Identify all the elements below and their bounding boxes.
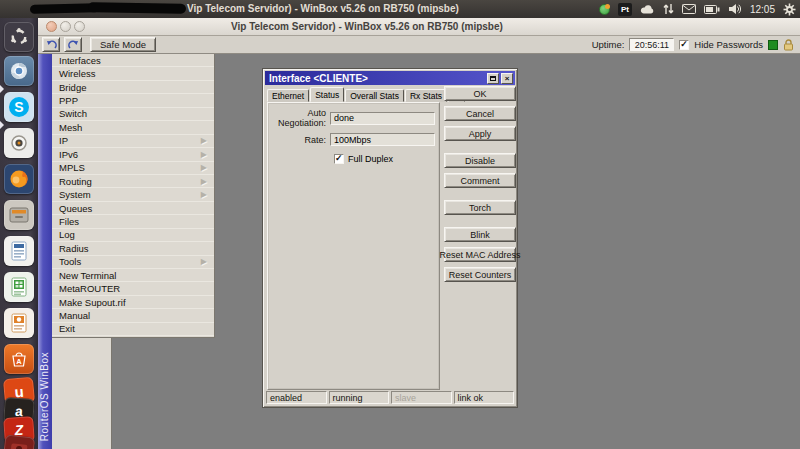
menu-item-switch[interactable]: Switch [52, 108, 214, 121]
auto-negotiation-field[interactable]: done [330, 112, 435, 125]
topbar-window-title: Vip Telecom Servidor) - WinBox v5.26 on … [187, 3, 459, 14]
mail-icon[interactable] [682, 4, 696, 14]
redo-button[interactable] [64, 37, 82, 52]
submenu-arrow-icon: ▶ [201, 190, 207, 199]
cancel-button[interactable]: Cancel [444, 106, 516, 121]
session-gear-icon[interactable] [783, 3, 796, 16]
menu-item-routing[interactable]: Routing▶ [52, 175, 214, 188]
libreoffice-impress-icon[interactable] [4, 308, 34, 338]
menu-item-bridge[interactable]: Bridge [52, 81, 214, 94]
stacked-app-icon[interactable] [3, 435, 36, 449]
routeros-brand-strip: RouterOS WinBox [38, 54, 52, 449]
routeros-brand-label: RouterOS WinBox [39, 352, 50, 441]
menu-item-mesh[interactable]: Mesh [52, 121, 214, 134]
window-minimize-button[interactable] [60, 21, 71, 32]
tab-rx-stats[interactable]: Rx Stats [405, 89, 447, 102]
ok-button[interactable]: OK [444, 86, 516, 101]
submenu-arrow-icon: ▶ [201, 150, 207, 159]
uptime-value: 20:56:11 [629, 38, 674, 51]
presence-status-icon[interactable] [599, 4, 610, 15]
safe-mode-button[interactable]: Safe Mode [90, 37, 156, 52]
keyboard-layout-indicator[interactable]: Pt [618, 3, 632, 16]
battery-icon[interactable] [704, 5, 720, 14]
rate-label: Rate: [268, 135, 330, 145]
torch-button[interactable]: Torch [444, 200, 516, 215]
status-running: running [329, 391, 390, 404]
svg-text:A: A [16, 357, 22, 366]
media-player-icon[interactable] [4, 128, 34, 158]
disable-button[interactable]: Disable [444, 153, 516, 168]
rate-field[interactable]: 100Mbps [330, 133, 435, 146]
tab-overall-stats[interactable]: Overall Stats [345, 89, 404, 102]
status-enabled: enabled [266, 391, 327, 404]
redaction-blob [88, 2, 186, 14]
menu-item-exit[interactable]: Exit [52, 323, 214, 336]
menu-item-system[interactable]: System▶ [52, 188, 214, 201]
menu-item-ipv6[interactable]: IPv6▶ [52, 148, 214, 161]
reset-counters-button[interactable]: Reset Counters [444, 267, 516, 282]
menu-item-new-terminal[interactable]: New Terminal [52, 269, 214, 282]
network-traffic-icon[interactable] [663, 3, 674, 15]
menu-item-ppp[interactable]: PPP [52, 94, 214, 107]
full-duplex-label: Full Duplex [348, 154, 393, 164]
cloud-sync-icon[interactable] [640, 4, 655, 14]
ubuntu-dash-icon[interactable] [4, 22, 34, 52]
clock[interactable]: 12:05 [750, 4, 775, 15]
ubuntu-top-bar: Vip Telecom Servidor) - WinBox v5.26 on … [0, 0, 800, 18]
blink-button[interactable]: Blink [444, 227, 516, 242]
window-titlebar: Vip Telecom Servidor) - WinBox v5.26 on … [0, 18, 800, 36]
chromium-icon[interactable] [4, 56, 34, 86]
submenu-arrow-icon: ▶ [201, 163, 207, 172]
dialog-titlebar[interactable]: Interface <CLIENTE> × [265, 71, 515, 85]
uptime-label: Uptime: [592, 39, 625, 50]
tab-status[interactable]: Status [310, 87, 344, 102]
libreoffice-writer-icon[interactable] [4, 236, 34, 266]
menu-item-interfaces[interactable]: Interfaces [52, 54, 214, 67]
winbox-toolbar: Safe Mode Uptime: 20:56:11 Hide Password… [38, 36, 800, 54]
menu-item-tools[interactable]: Tools▶ [52, 256, 214, 269]
main-menu: Interfaces Wireless Bridge PPP Switch Me… [52, 54, 215, 338]
screen: Vip Telecom Servidor) - WinBox v5.26 on … [0, 0, 800, 449]
menu-item-manual[interactable]: Manual [52, 309, 214, 322]
auto-negotiation-label: Auto Negotiation: [268, 108, 330, 128]
submenu-arrow-icon: ▶ [201, 136, 207, 145]
software-center-icon[interactable]: A [4, 344, 34, 374]
skype-icon[interactable]: S [4, 92, 34, 122]
menu-item-radius[interactable]: Radius [52, 242, 214, 255]
hide-passwords-label: Hide Passwords [694, 39, 763, 50]
comment-button[interactable]: Comment [444, 173, 516, 188]
dialog-buttons: OK Cancel Apply Disable Comment Torch Bl… [444, 86, 516, 287]
menu-item-wireless[interactable]: Wireless [52, 67, 214, 80]
hide-passwords-checkbox[interactable] [679, 40, 689, 50]
apply-button[interactable]: Apply [444, 126, 516, 141]
menu-item-queues[interactable]: Queues [52, 202, 214, 215]
reset-mac-address-button[interactable]: Reset MAC Address [444, 247, 516, 262]
libreoffice-calc-icon[interactable] [4, 272, 34, 302]
menu-item-mpls[interactable]: MPLS▶ [52, 162, 214, 175]
dialog-maximize-button[interactable] [487, 73, 499, 84]
firefox-icon[interactable] [4, 164, 34, 194]
window-maximize-button[interactable] [74, 21, 85, 32]
file-drawer-icon[interactable] [4, 200, 34, 230]
menu-item-files[interactable]: Files [52, 215, 214, 228]
lock-icon [783, 39, 794, 51]
full-duplex-checkbox[interactable] [334, 154, 344, 164]
window-close-button[interactable] [46, 21, 57, 32]
menu-item-metarouter[interactable]: MetaROUTER [52, 282, 214, 295]
running-indicator-arrow [0, 85, 4, 93]
status-slave: slave [391, 391, 452, 404]
menu-item-log[interactable]: Log [52, 229, 214, 242]
volume-icon[interactable] [728, 3, 742, 15]
running-indicator-arrow [0, 121, 4, 129]
sidebar-lower-panel [52, 338, 112, 449]
svg-text:S: S [14, 99, 23, 115]
undo-button[interactable] [42, 37, 60, 52]
connection-status-indicator [768, 40, 778, 50]
menu-item-make-supout[interactable]: Make Supout.rif [52, 296, 214, 309]
status-tab-panel: Auto Negotiation: done Rate: 100Mbps Ful… [267, 102, 440, 390]
dialog-close-button[interactable]: × [501, 73, 513, 84]
ubuntu-launcher: S A u a Z [0, 18, 38, 449]
menu-item-ip[interactable]: IP▶ [52, 135, 214, 148]
window-title: Vip Telecom Servidor) - WinBox v5.26 on … [231, 21, 503, 32]
tab-ethernet[interactable]: Ethernet [267, 89, 309, 102]
